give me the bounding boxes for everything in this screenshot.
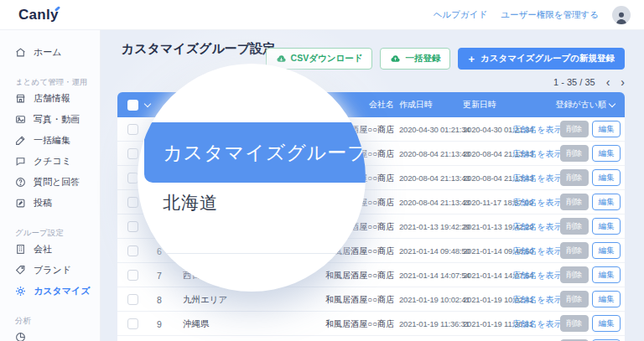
show-store-names-label: 店舗名を表示 bbox=[512, 270, 562, 282]
sidebar-item-brand[interactable]: ブランド bbox=[0, 260, 100, 281]
edit-button[interactable]: 編集 bbox=[592, 169, 621, 186]
pagination-range: 1 - 35 / 35 bbox=[553, 77, 595, 87]
bulk-register-button[interactable]: 一括登録 bbox=[380, 48, 450, 70]
row-checkbox[interactable] bbox=[127, 197, 138, 208]
sort-order-dropdown[interactable]: 登録が古い順 bbox=[556, 92, 615, 117]
sidebar-section-analysis: 分析 bbox=[0, 315, 100, 327]
manage-permissions-link[interactable]: ユーザー権限を管理する bbox=[501, 9, 599, 21]
column-created: 作成日時 bbox=[399, 92, 433, 117]
created-date-cell: 2020-08-04 21:13:43 bbox=[399, 190, 470, 214]
sidebar-section-manage: まとめて管理・運用 bbox=[0, 76, 100, 88]
pagination-prev-icon[interactable]: ‹ bbox=[606, 76, 610, 88]
edit-button[interactable]: 編集 bbox=[592, 291, 621, 307]
row-checkbox[interactable] bbox=[127, 245, 138, 256]
created-date-cell: 2021-01-13 19:42:29 bbox=[399, 214, 470, 239]
created-date-cell: 2021-01-19 11:36:31 bbox=[399, 312, 470, 336]
sidebar-item-photos-videos[interactable]: 写真・動画 bbox=[0, 109, 100, 130]
chevron-down-icon bbox=[609, 100, 615, 106]
company-cell: 和風居酒屋○○商店 bbox=[325, 287, 394, 312]
home-icon bbox=[15, 47, 26, 58]
show-store-names-label: 店舗名を表示 bbox=[512, 318, 562, 330]
delete-button[interactable]: 削除 bbox=[560, 242, 589, 259]
created-date-cell: 2021-01-14 09:48:50 bbox=[399, 239, 470, 263]
company-cell: 和風居酒屋○○商店 bbox=[325, 263, 394, 287]
sidebar-item-company[interactable]: 会社 bbox=[0, 239, 100, 260]
sidebar-item-analysis-partial[interactable] bbox=[0, 327, 100, 341]
edit-button[interactable]: 編集 bbox=[592, 218, 621, 235]
pagination-next-icon[interactable]: › bbox=[621, 76, 625, 88]
sidebar-item-label: ブランド bbox=[34, 264, 71, 276]
cloud-upload-icon bbox=[390, 54, 401, 65]
delete-button[interactable]: 削除 bbox=[560, 145, 589, 162]
customize-gear-icon bbox=[15, 286, 26, 297]
delete-button[interactable]: 削除 bbox=[560, 266, 589, 283]
delete-button[interactable]: 削除 bbox=[560, 169, 589, 186]
magnifier-overlay: カスタマイズグループ名 北海道 bbox=[138, 64, 366, 292]
show-store-names-label: 店舗名を表示 bbox=[512, 245, 562, 257]
csv-download-button[interactable]: CSVダウンロード bbox=[266, 48, 373, 70]
new-custom-group-button[interactable]: + カスタマイズグループの新規登録 bbox=[458, 48, 625, 70]
delete-button[interactable]: 削除 bbox=[560, 194, 589, 210]
column-company: 会社名 bbox=[369, 92, 394, 117]
show-store-names-label: 店舗名を表示 bbox=[512, 124, 562, 136]
sidebar-item-customize[interactable]: カスタマイズ bbox=[0, 281, 100, 302]
created-date-cell: 2021-01-19 10:02:41 bbox=[399, 287, 470, 312]
show-store-names-label: 店舗名を表示 bbox=[512, 294, 562, 306]
sidebar-item-home[interactable]: ホーム bbox=[0, 42, 100, 63]
edit-button[interactable]: 編集 bbox=[592, 242, 621, 259]
row-checkbox[interactable] bbox=[127, 318, 138, 329]
edit-button[interactable]: 編集 bbox=[592, 266, 621, 283]
table-row: 9 沖縄県 和風居酒屋○○商店 2021-01-19 11:36:31 2021… bbox=[117, 312, 625, 336]
show-store-names-label: 店舗名を表示 bbox=[512, 173, 562, 184]
sidebar-item-store-info[interactable]: 店舗情報 bbox=[0, 88, 100, 109]
edit-button[interactable]: 編集 bbox=[592, 315, 621, 332]
row-checkbox[interactable] bbox=[127, 148, 138, 159]
show-store-names-label: 店舗名を表示 bbox=[512, 221, 562, 233]
delete-button[interactable]: 削除 bbox=[560, 291, 589, 307]
help-guide-link[interactable]: ヘルプガイド bbox=[434, 9, 487, 21]
company-icon bbox=[15, 244, 26, 255]
photo-icon bbox=[15, 114, 26, 125]
company-cell: 和風居酒屋○○商店 bbox=[325, 312, 394, 336]
delete-button[interactable]: 削除 bbox=[560, 218, 589, 235]
sidebar-item-label: 質問と回答 bbox=[34, 176, 80, 189]
show-store-names-label: 店舗名を表示 bbox=[512, 197, 562, 209]
delete-button[interactable]: 削除 bbox=[560, 121, 589, 137]
row-checkbox[interactable] bbox=[127, 221, 138, 232]
row-checkbox[interactable] bbox=[127, 124, 138, 135]
sidebar-item-label: 写真・動画 bbox=[34, 113, 80, 126]
delete-button[interactable]: 削除 bbox=[560, 315, 589, 332]
plus-icon: + bbox=[468, 53, 475, 65]
sidebar-item-label: 一括編集 bbox=[34, 134, 70, 147]
magnified-group-name: 北海道 bbox=[163, 191, 218, 214]
user-avatar[interactable] bbox=[612, 6, 631, 24]
new-custom-group-label: カスタマイズグループの新規登録 bbox=[480, 53, 615, 65]
edit-button[interactable]: 編集 bbox=[592, 145, 621, 162]
sidebar-item-reviews[interactable]: クチコミ bbox=[0, 151, 100, 172]
top-bar: Canly ヘルプガイド ユーザー権限を管理する bbox=[0, 0, 644, 30]
sidebar-item-label: 会社 bbox=[34, 243, 52, 256]
sidebar-item-posts[interactable]: 投稿 bbox=[0, 193, 100, 214]
sort-order-label: 登録が古い順 bbox=[556, 99, 606, 111]
row-checkbox[interactable] bbox=[127, 270, 138, 281]
bulk-register-label: 一括登録 bbox=[405, 53, 440, 65]
canly-logo: Canly bbox=[18, 7, 59, 23]
analysis-icon bbox=[15, 332, 26, 341]
show-store-names-label: 店舗名を表示 bbox=[512, 148, 562, 160]
sidebar-item-bulk-edit[interactable]: 一括編集 bbox=[0, 130, 100, 151]
sidebar-section-group-settings: グループ設定 bbox=[0, 227, 100, 239]
select-all-chevron-icon[interactable] bbox=[144, 100, 151, 106]
row-number: 9 bbox=[151, 312, 168, 336]
edit-button[interactable]: 編集 bbox=[592, 194, 621, 210]
edit-button[interactable]: 編集 bbox=[592, 121, 621, 137]
select-all-checkbox[interactable] bbox=[127, 100, 138, 111]
sidebar-item-questions-answers[interactable]: 質問と回答 bbox=[0, 172, 100, 193]
row-checkbox[interactable] bbox=[127, 294, 138, 305]
pagination: 1 - 35 / 35 ‹ › bbox=[553, 76, 625, 88]
magnified-column-label: カスタマイズグループ名 bbox=[163, 122, 366, 183]
created-date-cell: 2020-08-04 21:13:43 bbox=[399, 142, 470, 166]
sidebar-item-label: クチコミ bbox=[34, 155, 71, 168]
brand-icon bbox=[15, 265, 26, 276]
sidebar-item-label: カスタマイズ bbox=[34, 285, 91, 297]
person-icon bbox=[614, 9, 629, 24]
